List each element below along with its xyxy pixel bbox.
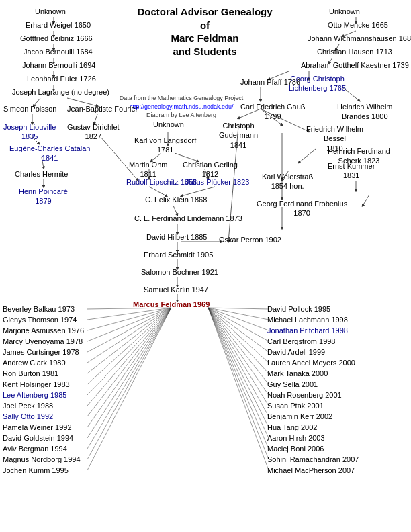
node-euler: Leonhard Euler 1726 (27, 74, 96, 83)
node-ardell: David Ardell 1999 (267, 347, 325, 357)
node-kerr: Benjamin Kerr 2002 (267, 412, 332, 421)
page: Doctoral Advisor Genealogy of Marc Feldm… (0, 0, 411, 532)
node-plucker: Julius Plücker 1823 (185, 177, 249, 187)
node-langsdorf: Karl von Langsdorf1781 (134, 136, 196, 155)
node-poincare: Henri Poincaré1879 (19, 187, 68, 206)
node-kumm: Jochen Kumm 1995 (3, 466, 68, 475)
node-otto: Sally Otto 1992 (3, 412, 53, 421)
title-text: Doctoral Advisor Genealogy of Marc Feldm… (121, 5, 289, 58)
node-unknown-middle: Unknown (153, 120, 184, 129)
node-lachmann: Michael Lachmann 1998 (267, 315, 348, 324)
node-bergman-aviv: Aviv Bergman 1994 (3, 444, 67, 453)
node-clark: Andrew Clark 1980 (3, 358, 66, 367)
node-leibniz: Gottfried Leibniz 1666 (20, 34, 93, 43)
node-hilbert: David Hilbert 1885 (146, 232, 208, 242)
node-gerling2: Christian Gerling1812 (183, 160, 238, 179)
node-bochner: Salomon Bochner 1921 (141, 267, 218, 277)
node-nordborg: Magnus Nordborg 1994 (3, 455, 81, 464)
node-curtsinger: James Curtsinger 1978 (3, 347, 79, 357)
node-fourier: Jean-Baptiste Fourier (67, 104, 138, 114)
node-tang: Hua Tang 2002 (267, 423, 317, 432)
node-peck: Joel Peck 1988 (3, 401, 53, 410)
node-lagrange: Joseph Lagrange (no degree) (12, 87, 109, 97)
node-bergstrom: Carl Bergstrom 1998 (267, 337, 336, 346)
node-sella: Guy Sella 2001 (267, 380, 318, 389)
node-lindemann: C. L. Ferdinand Lindemann 1873 (134, 214, 242, 223)
node-schmidt: Erhard Schmidt 1905 (144, 250, 213, 259)
node-pollock: David Pollock 1995 (267, 304, 330, 314)
node-gauss: Carl Friedrich Gauß1799 (240, 102, 306, 122)
node-perron: Oskar Perron 1902 (219, 235, 281, 245)
diagram-content: Doctoral Advisor Genealogy of Marc Feldm… (0, 0, 411, 532)
node-hermite: Charles Hermite (15, 169, 68, 179)
node-otto-mencke: Otto Mencke 1665 (328, 20, 388, 30)
node-karlin: Samuel Karlin 1947 (144, 285, 208, 294)
node-balkau: Beverley Balkau 1973 (3, 304, 75, 314)
node-feldman: Marcus Feldman 1969 (133, 300, 210, 309)
node-asmussen: Marjorie Asmussen 1976 (3, 326, 84, 335)
node-tanaka: Mark Tanaka 2000 (267, 369, 328, 378)
node-rosenberg: Noah Rosenberg 2001 (267, 390, 342, 400)
node-simeon: Simeon Poisson (3, 104, 57, 114)
node-jacob-bernoulli: Jacob Bernoulli 1684 (24, 47, 93, 56)
node-altenberg: Lee Altenberg 1985 (3, 390, 66, 400)
node-frobenius: Georg Ferdinand Frobenius1870 (257, 199, 347, 218)
node-klein: C. Felix Klein 1868 (145, 195, 207, 204)
node-kaestner: Abraham Gotthelf Kaestner 1739 (301, 60, 409, 70)
node-gerling: ChristophGudermann1841 (219, 121, 258, 150)
node-johann-bernoulli: Johann Bernoulli 1694 (22, 60, 95, 70)
node-uyenoyama: Marcy Uyenoyama 1978 (3, 337, 83, 346)
node-hausen: Christian Hausen 1713 (317, 47, 392, 56)
page-title: Doctoral Advisor Genealogy of Marc Feldm… (121, 5, 289, 58)
node-hirsh: Aaron Hirsh 2003 (267, 433, 325, 443)
node-martin-ohm: Martin Ohm1811 (129, 160, 167, 179)
node-goldstein: David Goldstein 1994 (3, 433, 73, 443)
node-wichmannshausen: Johann Wichmannshausen 1685 (308, 34, 411, 43)
node-lichtenberg: Georg ChristophLichtenberg 1765 (289, 74, 346, 93)
node-ptak: Susan Ptak 2001 (267, 401, 324, 410)
node-ramachandran: Sohini Ramachandran 2007 (267, 455, 359, 464)
node-unknown-right: Unknown (329, 7, 360, 16)
node-pritchard: Jonathan Pritchard 1998 (267, 326, 348, 335)
node-brandes: Heinrich WilhelmBrandes 1800 (337, 102, 393, 122)
node-kummer: Ernst Kummer1831 (328, 161, 375, 181)
node-unknown-left: Unknown (35, 7, 66, 16)
node-weiner: Pamela Weiner 1992 (3, 423, 72, 432)
node-catalan: Eugène-Charles Catalan1841 (9, 144, 90, 163)
node-macpherson: Michael MacPherson 2007 (267, 466, 355, 475)
node-boni: Maciej Boni 2006 (267, 444, 324, 453)
node-burton: Ron Burton 1981 (3, 369, 58, 378)
node-dirichlet: Gustav Dirichlet1827 (67, 122, 120, 142)
node-liouville: Joseph Liouville1835 (3, 122, 56, 142)
node-thomson: Glenys Thomson 1974 (3, 315, 77, 324)
node-meyers: Lauren Ancel Meyers 2000 (267, 358, 355, 367)
node-weigel: Erhard Weigel 1650 (26, 20, 91, 30)
node-weierstrass: Karl Weierstraß1854 hon. (262, 172, 313, 191)
node-holsinger: Kent Holsinger 1983 (3, 380, 70, 389)
